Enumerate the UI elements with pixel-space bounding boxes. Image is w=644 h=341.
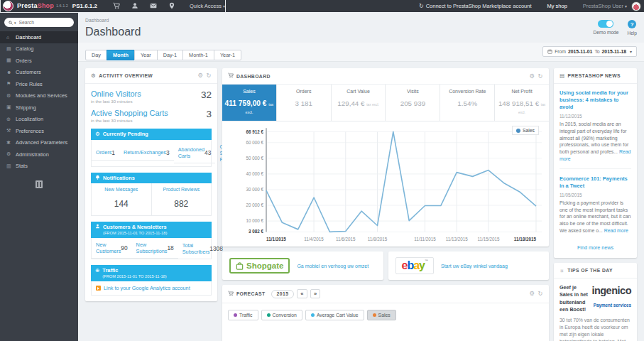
sidebar-item-preferences[interactable]: ⚒Preferences [0, 125, 78, 137]
svg-text:66 912 €: 66 912 € [246, 129, 264, 134]
sidebar-item-customers[interactable]: ☻Customers [0, 67, 78, 79]
gear-icon[interactable]: ⚙ [197, 72, 203, 79]
kpi-sales[interactable]: Sales411 759,00 € tax excl. [222, 85, 276, 121]
range-year-button[interactable]: Year [134, 50, 158, 60]
cart-icon [228, 72, 234, 80]
product-reviews-link[interactable]: Product Reviews [153, 187, 210, 192]
new-customers-link[interactable]: New Customers [96, 242, 121, 254]
kpi-conversion-rate[interactable]: Conversion Rate1.54% [440, 85, 494, 121]
forecast-panel-header: FORECAST 2015 « » ⚙ ↻ [222, 285, 549, 303]
range-day-1-button[interactable]: Day-1 [157, 50, 183, 60]
customers-icon[interactable] [131, 2, 138, 9]
average-cart-value-series-button[interactable]: Average Cart Value [305, 310, 364, 320]
shopgate-logo[interactable]: Shopgate [229, 258, 290, 274]
orders-link[interactable]: Orders [96, 149, 111, 156]
mail-icon[interactable] [150, 2, 157, 9]
ebay-banner: ebay™ Start uw eBay winkel vandaag [388, 251, 550, 280]
search-input[interactable] [18, 19, 62, 26]
sidebar-item-localization[interactable]: ⊕Localization [0, 114, 78, 126]
active-carts-label[interactable]: Active Shopping Carts [91, 109, 212, 117]
gear-icon[interactable]: ⚙ [529, 291, 535, 297]
sidebar-item-label: Price Rules [16, 81, 43, 87]
caret-down-icon: ▾ [223, 4, 225, 9]
sidebar-item-administration[interactable]: ⚙Administration [0, 148, 78, 161]
forecast-panel-title: FORECAST [236, 291, 266, 296]
conversion-series-button[interactable]: Conversion [261, 310, 302, 320]
kpi-cart-value[interactable]: Cart Value129,44 € tax excl. [331, 85, 386, 121]
sidebar-item-label: Advanced Parameters [16, 139, 67, 146]
online-visitors-label[interactable]: Online Visitors [91, 90, 212, 98]
previous-year-button[interactable]: « [297, 289, 307, 298]
ebay-logo[interactable]: ebay™ [395, 257, 435, 274]
article-title-link[interactable]: Ecommerce 101: Payments in a Tweet [560, 175, 631, 190]
refresh-icon[interactable]: ↻ [206, 72, 212, 79]
customers-newsletters-range: (FROM 2015-11-01 TO 2015-11-18) [103, 231, 167, 236]
range-month-button[interactable]: Month [107, 50, 135, 60]
notifications-header: Notifications [91, 173, 212, 184]
sidebar-item-shipping[interactable]: ▣Shipping [0, 102, 78, 114]
returns-link[interactable]: Return/Exchanges [124, 149, 166, 156]
chart-legend[interactable]: Sales [512, 126, 539, 135]
refresh-icon[interactable]: ↻ [537, 291, 543, 297]
user-avatar[interactable] [631, 1, 641, 11]
kpi-orders[interactable]: Orders3 181 [276, 85, 331, 121]
ebay-link[interactable]: Start uw eBay winkel vandaag [441, 264, 508, 269]
article-title-link[interactable]: Using social media for your business: 4 … [560, 90, 631, 111]
demo-mode-toggle[interactable] [598, 20, 613, 28]
table-row: Abandoned Carts43 [174, 143, 216, 163]
breadcrumb[interactable]: Dashboard [85, 18, 637, 23]
google-analytics-link[interactable]: Link to your Google Analytics account [104, 285, 190, 291]
sidebar-item-stats[interactable]: ▥Stats [0, 161, 78, 173]
notifications-table: New Messages144 Product Reviews882 [91, 183, 212, 216]
range-month-1-button[interactable]: Month-1 [182, 50, 214, 60]
gear-icon[interactable]: ⚙ [529, 73, 535, 80]
search-icon[interactable] [9, 21, 13, 25]
sidebar-collapse-button[interactable] [36, 180, 43, 188]
next-year-button[interactable]: » [310, 289, 321, 298]
pin-icon[interactable] [168, 2, 175, 9]
brand[interactable]: PrestaShop [17, 2, 54, 9]
refresh-icon[interactable]: ↻ [537, 73, 543, 80]
range-day-button[interactable]: Day [85, 50, 107, 60]
range-year-1-button[interactable]: Year-1 [214, 50, 241, 60]
new-subscriptions-link[interactable]: New Subscriptions [136, 242, 168, 254]
tips-of-the-day-panel: ☼ TIPS OF THE DAY ingenico Payment servi… [554, 263, 637, 341]
kpi-net-profit[interactable]: Net Profit148 918,51 € tax excl. [494, 85, 549, 121]
total-subscribers-link[interactable]: Total Subscribers [182, 242, 210, 255]
read-more-link[interactable]: Read more [604, 228, 628, 233]
date-range-picker[interactable]: From2015-11-01 To2015-11-18 ▾ [542, 46, 637, 57]
bell-icon [95, 175, 100, 181]
sidebar-item-modules[interactable]: ⚙Modules and Services [0, 90, 78, 102]
help-icon[interactable]: ? [628, 20, 636, 28]
table-row: Total Subscribers1308 [178, 239, 227, 259]
quick-access-menu[interactable]: Quick Access▾ [190, 3, 225, 9]
kpi-value: 3 181 [278, 99, 329, 107]
ingenico-logo[interactable]: ingenico Payment services [591, 284, 631, 310]
traffic-series-button[interactable]: Traffic [228, 310, 258, 320]
new-messages-link[interactable]: New Messages [93, 187, 150, 192]
my-shop-link[interactable]: My shop [547, 3, 567, 9]
shopgate-link[interactable]: Ga mobiel en verhoog uw omzet [297, 264, 369, 269]
prestashop-logo[interactable] [3, 1, 13, 11]
cart-icon[interactable] [113, 2, 120, 9]
main-content: Dashboard Dashboard Demo mode ? Help Day… [78, 12, 644, 341]
abandoned-carts-link[interactable]: Abandoned Carts [178, 146, 204, 159]
table-row: New Customers90 [92, 238, 132, 259]
sidebar-item-catalog[interactable]: ▤Catalog [0, 43, 78, 55]
sidebar-item-advanced-parameters[interactable]: ✱Advanced Parameters [0, 137, 78, 149]
sales-series-button[interactable]: Sales [367, 310, 396, 320]
total-subscribers-count: 1308 [209, 245, 223, 252]
active-carts-sub: in the last 30 minutes [91, 118, 212, 123]
page-header: Dashboard Dashboard Demo mode ? Help [78, 12, 644, 38]
kpi-visits[interactable]: Visits205 939 [385, 85, 440, 121]
marketplace-link[interactable]: ↻Connect to PrestaShop Marketplace accou… [419, 3, 532, 9]
search-scope-caret-icon[interactable]: ▾ [14, 21, 16, 25]
sidebar: ▾ ⌂Dashboard ▤Catalog ▦Orders ☻Customers… [0, 12, 78, 341]
customers-icon: ☻ [6, 70, 16, 75]
sidebar-item-orders[interactable]: ▦Orders [0, 55, 78, 67]
abandoned-carts-count: 43 [204, 149, 211, 156]
user-menu[interactable]: PrestaShop User▾ [583, 3, 627, 9]
find-more-news-link[interactable]: Find more news [560, 244, 631, 251]
sidebar-item-price-rules[interactable]: ⚑Price Rules [0, 78, 78, 90]
sidebar-item-dashboard[interactable]: ⌂Dashboard [0, 31, 78, 43]
